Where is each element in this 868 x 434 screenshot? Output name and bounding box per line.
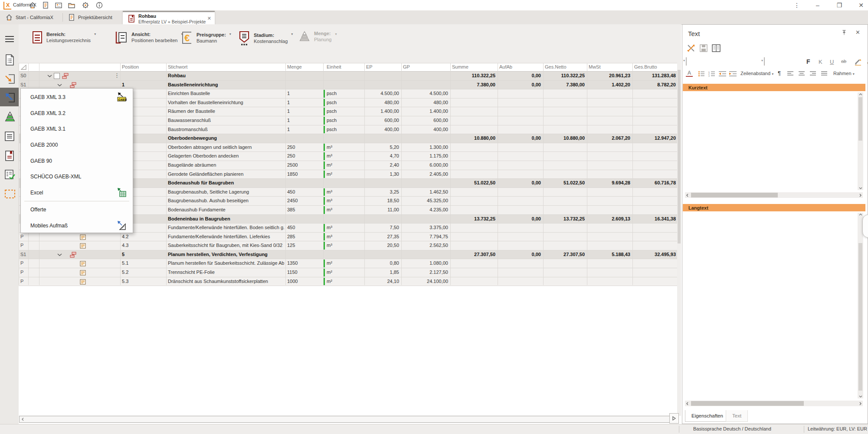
scroll-down-icon[interactable] (859, 187, 862, 190)
cell-stichwort[interactable]: Rohbau (168, 73, 284, 78)
cell-gesnetto[interactable]: 13.732,25 (563, 216, 585, 221)
pin-icon[interactable] (841, 30, 847, 36)
sidebar-lv-document-icon[interactable] (4, 54, 15, 65)
cell-gp[interactable]: 4.500,00 (429, 91, 448, 96)
cell-gp[interactable]: 24.100,00 (427, 279, 448, 284)
cell-menge[interactable]: 1 (287, 91, 322, 96)
preisgruppe-dropdown[interactable]: € Preisgruppe:Baumann ▾ (180, 30, 231, 45)
cell-menge[interactable]: 1150 (287, 270, 322, 275)
cell-einheit[interactable]: m³ (327, 153, 363, 158)
cell-gp[interactable]: 4.235,00 (429, 207, 448, 212)
cell-ep[interactable]: 11,00 (387, 207, 399, 212)
document-icon[interactable] (42, 1, 49, 9)
cell-gesbrutto[interactable]: 8.782,20 (657, 82, 676, 87)
cell-gesnetto[interactable]: 7.380,00 (566, 82, 585, 87)
cell-menge[interactable]: 1 (287, 100, 322, 105)
cell-mwst[interactable]: 2.067,20 (612, 135, 630, 141)
cell-einheit[interactable]: m³ (327, 234, 363, 239)
tab-close-icon[interactable]: ✕ (207, 16, 211, 21)
col-header-einheit[interactable]: Einheit (327, 64, 341, 69)
cell-gp[interactable]: 480,00 (433, 100, 448, 105)
cell-ep[interactable]: 24,10 (387, 279, 399, 284)
panel-expand-button[interactable] (669, 413, 679, 424)
cell-menge[interactable]: 1000 (287, 279, 322, 284)
sidebar-pyramid-icon[interactable] (4, 112, 15, 122)
cell-menge[interactable]: 1350 (287, 260, 322, 266)
table-row[interactable]: S15Planum herstellen, Verdichten, Verfes… (19, 250, 678, 260)
menu-item[interactable]: Mobiles Aufmaß (21, 218, 133, 234)
text-columns-icon[interactable] (712, 44, 721, 52)
cell-einheit[interactable]: m³ (327, 145, 363, 150)
cell-ep[interactable]: 4.500,00 (380, 91, 399, 96)
titlebar-overflow-button[interactable]: ⋮ (791, 1, 802, 10)
cell-aufab[interactable]: 0,00 (532, 82, 541, 87)
home-icon[interactable] (29, 1, 36, 9)
slideout-handle[interactable] (862, 214, 868, 238)
cell-gesbrutto[interactable]: 32.495,93 (655, 252, 676, 257)
col-header-gesnetto[interactable]: Ges.Netto (545, 64, 567, 69)
cell-einheit[interactable]: psch (327, 118, 363, 123)
cell-gesnetto[interactable]: 51.022,50 (563, 180, 585, 185)
collapse-chevron-icon[interactable] (57, 253, 62, 256)
cell-stichwort[interactable]: Baugrubenaushub, Seitliche Lagerung (168, 189, 284, 194)
cell-stichwort[interactable]: Einrichten Baustelle (168, 91, 284, 96)
cell-stichwort[interactable]: Fundamente/Kellerwände hinterfüllen. Bod… (168, 225, 284, 230)
cell-mwst[interactable]: 9.694,28 (612, 180, 630, 185)
menu-item[interactable]: GAEB XML 3.1 (21, 121, 133, 137)
cell-gesbrutto[interactable]: 131.283,48 (652, 73, 676, 78)
cell-mwst[interactable]: 20.961,23 (609, 73, 630, 78)
kurztext-hscrollbar[interactable] (685, 192, 863, 198)
cell-gesbrutto[interactable]: 12.947,20 (655, 135, 676, 141)
bullet-list-icon[interactable] (698, 71, 705, 77)
cell-ep[interactable]: 18,50 (387, 198, 399, 203)
zeilenabstand-dropdown[interactable]: Zeilenabstand ▾ (740, 71, 773, 76)
paragraph-mark-button[interactable]: ¶ (778, 70, 781, 76)
table-row[interactable]: P4.3Sauberkeitsschicht für Baugruben, mi… (19, 241, 678, 250)
cell-stichwort[interactable]: Bauwasseranschluß (168, 118, 284, 123)
cell-position[interactable]: 1 (122, 82, 164, 87)
cell-ep[interactable]: 20,50 (387, 243, 399, 248)
font-size-select[interactable] (764, 57, 765, 66)
cell-mwst[interactable]: 5.188,43 (612, 252, 630, 257)
scrollbar-thumb[interactable] (858, 243, 862, 391)
col-header-gesbrutto[interactable]: Ges.Brutto (634, 64, 657, 69)
cell-summe[interactable]: 110.322,25 (472, 73, 495, 78)
table-header-row[interactable]: Position Stichwort Menge Einheit EP GP S… (19, 63, 678, 72)
cell-gesbrutto[interactable]: 60.716,78 (655, 180, 676, 185)
cell-position[interactable]: 4.3 (122, 243, 164, 248)
ansicht-dropdown[interactable]: Ansicht:Positionen bearbeiten ▾ (115, 30, 183, 44)
cell-einheit[interactable]: m³ (327, 225, 363, 230)
cell-gp[interactable]: 1.300,00 (429, 145, 448, 150)
cell-ep[interactable]: 5,20 (390, 145, 399, 150)
cell-einheit[interactable]: m³ (327, 189, 363, 194)
row-menu-icon[interactable]: ⋮ (114, 72, 120, 79)
cell-gp[interactable]: 600,00 (433, 118, 448, 123)
cell-menge[interactable]: 2500 (287, 162, 322, 168)
cell-gp[interactable]: 7.794,75 (429, 234, 448, 239)
cell-stichwort[interactable]: Bodenaushub Fundamente (168, 207, 284, 212)
settings-gear-icon[interactable] (82, 1, 89, 9)
bereich-dropdown[interactable]: Bereich:Leistungsverzeichnis ▾ (32, 30, 96, 44)
scroll-right-icon[interactable] (859, 194, 862, 197)
cell-summe[interactable]: 13.732,25 (474, 216, 495, 221)
indent-icon[interactable] (729, 71, 737, 77)
cell-stichwort[interactable]: Trennschicht PE-Folie (168, 270, 284, 275)
scroll-left-icon[interactable] (686, 402, 689, 405)
cell-stichwort[interactable]: Planum herstellen, Verdichten, Verfestig… (168, 252, 284, 257)
sidebar-approve-doc-icon[interactable] (4, 169, 15, 180)
cell-stichwort[interactable]: Oberbodenbewegung (168, 135, 284, 141)
cell-ep[interactable]: 480,00 (384, 100, 399, 105)
cell-stichwort[interactable]: Räumen der Baustelle (168, 108, 284, 114)
sidebar-notes-icon[interactable] (4, 131, 15, 141)
cell-menge[interactable]: 2450 (287, 198, 322, 203)
cell-menge[interactable]: 1850 (287, 171, 322, 177)
contacts-icon[interactable] (55, 1, 62, 9)
stadium-dropdown[interactable]: Stadium:Kostenanschlag ▾ (238, 30, 293, 46)
cell-gp[interactable]: 2.405,00 (429, 171, 448, 177)
menu-item[interactable]: Excel (21, 185, 133, 201)
cell-position[interactable]: 4.2 (122, 234, 164, 239)
bold-button[interactable]: F (806, 58, 810, 65)
langtext-editor[interactable] (683, 211, 865, 400)
table-row[interactable]: P5.1Planum herstellen für Sauberkeitssch… (19, 259, 678, 268)
row-checkbox[interactable] (54, 73, 60, 79)
